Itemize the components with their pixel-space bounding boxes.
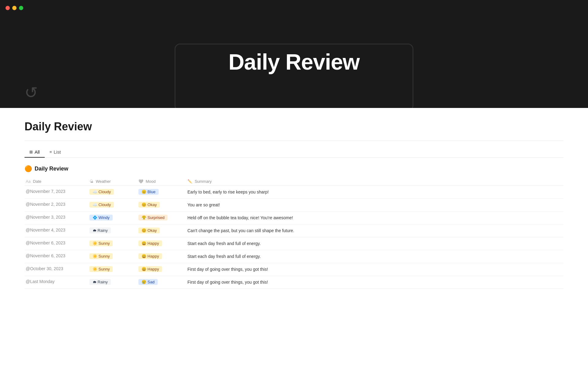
cell-date: @November 3, 2023 — [24, 212, 86, 224]
all-tab-icon: ⊞ — [29, 150, 33, 154]
table-row[interactable]: @November 6, 2023 ☀️ Sunny 😀 Happy Start… — [24, 237, 564, 250]
table-row[interactable]: @October 30, 2023 ☀️ Sunny 😀 Happy First… — [24, 263, 564, 276]
cell-summary: First day of going over things, you got … — [184, 263, 564, 276]
divider — [24, 140, 564, 141]
cell-weather: ☀️ Sunny — [86, 263, 135, 276]
cell-mood: 😀 Happy — [135, 250, 184, 263]
cell-summary: Start each day fresh and full of energy. — [184, 250, 564, 263]
cell-weather: ☀️ Sunny — [86, 237, 135, 250]
summary-text: Start each day fresh and full of energy. — [187, 254, 261, 259]
cell-date: @October 30, 2023 — [24, 263, 86, 276]
weather-badge: 🌧 Rainy — [89, 228, 111, 233]
tab-list[interactable]: ≡ List — [45, 147, 66, 158]
cell-summary: Held off on the bubble tea today, nice! … — [184, 212, 564, 224]
table-row[interactable]: @Last Monday 🌧 Rainy 😢 Sad First day of … — [24, 276, 564, 289]
view-tabs: ⊞ All ≡ List — [24, 147, 564, 158]
page-title: Daily Review — [24, 120, 564, 133]
weather-badge: ☀️ Sunny — [89, 253, 113, 259]
hero-banner: ↺ Daily Review — [0, 16, 588, 108]
cell-mood: 😊 Okay — [135, 199, 184, 212]
section-header: 🟠 Daily Review — [24, 165, 564, 172]
minimize-button[interactable] — [12, 6, 17, 10]
table-row[interactable]: @November 7, 2023 ☁️ Cloudy 😐 Blue Early… — [24, 186, 564, 199]
summary-col-icon: ✏️ — [187, 179, 192, 184]
col-header-date: Aa Date — [24, 177, 86, 186]
weather-badge: 💠 Windy — [89, 215, 113, 220]
weather-badge: ☀️ Sunny — [89, 266, 113, 272]
table-row[interactable]: @November 4, 2023 🌧 Rainy 😊 Okay Can't c… — [24, 224, 564, 237]
cell-mood: 😀 Happy — [135, 237, 184, 250]
tab-list-label: List — [54, 149, 61, 155]
mood-col-icon: 🩶 — [138, 179, 143, 184]
col-header-summary: ✏️ Summary — [184, 177, 564, 186]
cell-mood: 😤 Surprised — [135, 212, 184, 224]
cell-date: @Last Monday — [24, 276, 86, 289]
cell-mood: 😀 Happy — [135, 263, 184, 276]
close-button[interactable] — [6, 6, 10, 10]
mood-badge: 😐 Blue — [138, 189, 159, 195]
cell-weather: ☀️ Sunny — [86, 250, 135, 263]
table-header-row: Aa Date 🌤 Weather 🩶 Mood ✏️ Summary — [24, 177, 564, 186]
summary-text: Early to bed, early to rise keeps you sh… — [187, 190, 269, 194]
hero-title: Daily Review — [228, 49, 360, 75]
cell-summary: You are so great! — [184, 199, 564, 212]
cell-summary: First day of going over things, you got … — [184, 276, 564, 289]
cell-mood: 😢 Sad — [135, 276, 184, 289]
cell-weather: ☁️ Cloudy — [86, 186, 135, 199]
cell-weather: 🌧 Rainy — [86, 276, 135, 289]
cell-weather: 💠 Windy — [86, 212, 135, 224]
cell-date: @November 2, 2023 — [24, 199, 86, 212]
summary-text: Start each day fresh and full of energy. — [187, 241, 261, 246]
cell-date: @November 6, 2023 — [24, 250, 86, 263]
cell-summary: Can't change the past, but you can still… — [184, 224, 564, 237]
mood-badge: 😊 Okay — [138, 202, 160, 208]
summary-text: Can't change the past, but you can still… — [187, 228, 294, 233]
refresh-icon: ↺ — [24, 83, 38, 102]
mood-badge: 😀 Happy — [138, 240, 162, 246]
tab-all-label: All — [35, 149, 40, 155]
cell-summary: Early to bed, early to rise keeps you sh… — [184, 186, 564, 199]
main-content: Daily Review ⊞ All ≡ List 🟠 Daily Review… — [0, 108, 588, 301]
tab-all[interactable]: ⊞ All — [24, 147, 45, 158]
table-row[interactable]: @November 2, 2023 ☁️ Cloudy 😊 Okay You a… — [24, 199, 564, 212]
date-col-icon: Aa — [26, 179, 31, 184]
cell-summary: Start each day fresh and full of energy. — [184, 237, 564, 250]
col-header-mood: 🩶 Mood — [135, 177, 184, 186]
summary-text: You are so great! — [187, 202, 220, 207]
table-row[interactable]: @November 3, 2023 💠 Windy 😤 Surprised He… — [24, 212, 564, 224]
cell-date: @November 6, 2023 — [24, 237, 86, 250]
section-emoji: 🟠 — [24, 165, 32, 172]
table-row[interactable]: @November 6, 2023 ☀️ Sunny 😀 Happy Start… — [24, 250, 564, 263]
cell-mood: 😐 Blue — [135, 186, 184, 199]
mood-badge: 😊 Okay — [138, 228, 160, 233]
mood-badge: 😢 Sad — [138, 279, 158, 285]
database-table: Aa Date 🌤 Weather 🩶 Mood ✏️ Summary @No — [24, 177, 564, 289]
weather-col-icon: 🌤 — [89, 179, 93, 184]
maximize-button[interactable] — [19, 6, 23, 10]
summary-text: First day of going over things, you got … — [187, 267, 268, 272]
weather-badge: 🌧 Rainy — [89, 279, 111, 285]
cell-mood: 😊 Okay — [135, 224, 184, 237]
cell-weather: 🌧 Rainy — [86, 224, 135, 237]
section-title: Daily Review — [35, 166, 68, 172]
weather-badge: ☀️ Sunny — [89, 240, 113, 246]
cell-weather: ☁️ Cloudy — [86, 199, 135, 212]
weather-badge: ☁️ Cloudy — [89, 189, 114, 195]
cell-date: @November 7, 2023 — [24, 186, 86, 199]
cell-date: @November 4, 2023 — [24, 224, 86, 237]
mood-badge: 😀 Happy — [138, 266, 162, 272]
weather-badge: ☁️ Cloudy — [89, 202, 114, 208]
list-tab-icon: ≡ — [50, 150, 52, 154]
titlebar — [0, 0, 588, 16]
summary-text: Held off on the bubble tea today, nice! … — [187, 215, 293, 220]
summary-text: First day of going over things, you got … — [187, 280, 268, 285]
mood-badge: 😀 Happy — [138, 253, 162, 259]
mood-badge: 😤 Surprised — [138, 215, 168, 220]
col-header-weather: 🌤 Weather — [86, 177, 135, 186]
